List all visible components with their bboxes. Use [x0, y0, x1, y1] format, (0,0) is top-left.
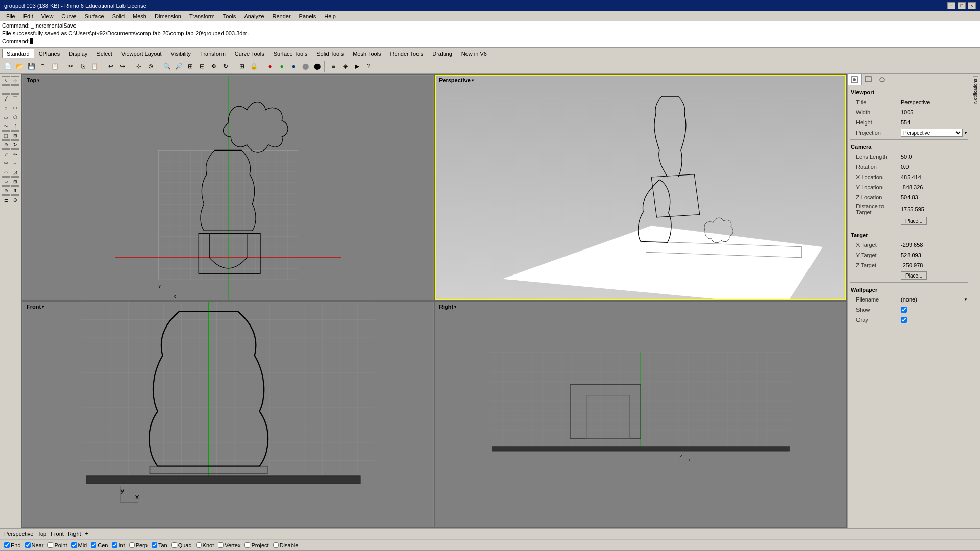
extend-tool[interactable]: ↔	[11, 159, 19, 167]
shade5-icon[interactable]: ⬤	[311, 61, 323, 72]
snap-project-check[interactable]	[244, 542, 250, 548]
tab-display[interactable]: Display	[64, 49, 92, 58]
maximize-button[interactable]: □	[958, 2, 966, 9]
menu-view[interactable]: View	[37, 12, 58, 20]
pointcloud-tool[interactable]: ⋮	[11, 85, 19, 94]
open-icon[interactable]: 📂	[14, 61, 25, 72]
camera-place-button[interactable]: Place...	[901, 217, 927, 225]
help-icon[interactable]: ?	[363, 61, 374, 72]
tab-drafting[interactable]: Drafting	[428, 49, 457, 58]
tab-transform[interactable]: Transform	[195, 49, 230, 58]
shade2-icon[interactable]: ●	[276, 61, 287, 72]
mirror-tool[interactable]: ⇔	[11, 149, 19, 158]
viewport-front[interactable]: Front ▾	[22, 302, 434, 527]
rect-tool[interactable]: ▭	[2, 113, 10, 121]
save-small-icon[interactable]: 🗒	[37, 61, 48, 72]
display-tool[interactable]: ⊙	[11, 195, 19, 204]
tab-solid-tools[interactable]: Solid Tools	[312, 49, 348, 58]
mesh-tool[interactable]: ⊞	[11, 131, 19, 140]
fillet-tool[interactable]: ⌓	[2, 168, 10, 177]
vp-label-front[interactable]: Front	[51, 531, 64, 537]
snap-icon[interactable]: ⊞	[236, 61, 248, 72]
menu-render[interactable]: Render	[268, 12, 295, 20]
tab-new-v6[interactable]: New in V6	[457, 49, 492, 58]
move-tool[interactable]: ⊕	[2, 140, 10, 149]
menu-solid[interactable]: Solid	[108, 12, 129, 20]
zoom-sel-icon[interactable]: ⊞	[185, 61, 196, 72]
snap-knot-check[interactable]	[196, 542, 202, 548]
prop-projection-arrow[interactable]: ▼	[964, 131, 968, 135]
menu-edit[interactable]: Edit	[19, 12, 37, 20]
panel-tab-properties[interactable]	[848, 74, 862, 85]
menu-file[interactable]: File	[2, 12, 19, 20]
snap-cen-check[interactable]	[91, 542, 96, 548]
viewport-right[interactable]: Right ▾	[435, 302, 846, 527]
tab-surface-tools[interactable]: Surface Tools	[269, 49, 312, 58]
viewport-perspective-arrow[interactable]: ▾	[472, 78, 474, 83]
viewport-front-arrow[interactable]: ▾	[42, 305, 44, 309]
snap-perp[interactable]: Perp	[129, 542, 148, 548]
point-tool[interactable]: ·	[2, 85, 10, 94]
tab-visibility[interactable]: Visibility	[166, 49, 196, 58]
menu-transform[interactable]: Transform	[185, 12, 219, 20]
trim-tool[interactable]: ✂	[2, 159, 10, 167]
snap-quad[interactable]: Quad	[172, 542, 192, 548]
spline-tool[interactable]: ∫	[11, 122, 19, 131]
viewport-right-label[interactable]: Right ▾	[439, 304, 456, 310]
snap-disable[interactable]: Disable	[273, 542, 299, 548]
shade1-icon[interactable]: ●	[264, 61, 276, 72]
snap-point-check[interactable]	[47, 542, 53, 548]
select-icon[interactable]: ⊹	[133, 61, 144, 72]
snap-tan[interactable]: Tan	[152, 542, 167, 548]
snap-vertex-check[interactable]	[218, 542, 224, 548]
command-line3[interactable]: Command:	[2, 38, 978, 45]
target-place-button[interactable]: Place...	[901, 271, 927, 280]
material-icon[interactable]: ◈	[339, 61, 351, 72]
zoom-ext-icon[interactable]: ⊟	[197, 61, 208, 72]
polygon-tool[interactable]: ⬡	[11, 113, 19, 121]
panel-tab-display[interactable]	[862, 74, 875, 85]
circle-tool[interactable]: ○	[2, 104, 10, 112]
snap-end[interactable]: End	[4, 542, 21, 548]
notifications-tab[interactable]: Notifications	[973, 76, 978, 106]
save-icon[interactable]: 💾	[26, 61, 37, 72]
tab-standard[interactable]: Standard	[2, 49, 34, 58]
prop-filename-arrow[interactable]: ▼	[964, 297, 968, 302]
snap-mid-check[interactable]	[71, 542, 77, 548]
zoom-in-icon[interactable]: 🔍	[161, 61, 173, 72]
select-tool[interactable]: ↖	[2, 76, 10, 85]
snap-knot[interactable]: Knot	[196, 542, 214, 548]
viewport-perspective-label[interactable]: Perspective ▾	[439, 77, 474, 83]
redo-icon[interactable]: ↪	[117, 61, 128, 72]
shade3-icon[interactable]: ●	[288, 61, 299, 72]
snap-point[interactable]: Point	[47, 542, 67, 548]
snap-mid[interactable]: Mid	[71, 542, 87, 548]
vp-label-add[interactable]: +	[85, 530, 89, 537]
snap-tan-check[interactable]	[152, 542, 157, 548]
prop-projection-dropdown[interactable]: Perspective Parallel	[901, 129, 963, 137]
surface-tool[interactable]: ⬚	[2, 131, 10, 140]
snap-near-check[interactable]	[25, 542, 31, 548]
tab-cplanes[interactable]: CPlanes	[34, 49, 65, 58]
offset-tool[interactable]: ⊃	[2, 177, 10, 186]
menu-tools[interactable]: Tools	[219, 12, 240, 20]
menu-curve[interactable]: Curve	[57, 12, 80, 20]
minimize-button[interactable]: −	[947, 2, 955, 9]
vp-label-right[interactable]: Right	[68, 531, 81, 537]
snap-perp-check[interactable]	[129, 542, 135, 548]
undo-icon[interactable]: ↩	[105, 61, 116, 72]
ellipse-tool[interactable]: ⬭	[11, 104, 19, 112]
snap-vertex[interactable]: Vertex	[218, 542, 240, 548]
viewport-top-label[interactable]: Top ▾	[27, 77, 39, 83]
zoom-out-icon[interactable]: 🔎	[173, 61, 184, 72]
close-button[interactable]: ×	[968, 2, 976, 9]
cut-icon[interactable]: ✂	[65, 61, 77, 72]
snap-quad-check[interactable]	[172, 542, 177, 548]
shade4-icon[interactable]: ⬤	[300, 61, 311, 72]
render-icon[interactable]: ▶	[351, 61, 362, 72]
show-checkbox[interactable]	[901, 307, 907, 313]
vp-label-perspective[interactable]: Perspective	[4, 531, 33, 537]
boolean-tool[interactable]: ⊕	[2, 186, 10, 195]
lasso-icon[interactable]: ⊚	[145, 61, 156, 72]
tab-curve-tools[interactable]: Curve Tools	[230, 49, 269, 58]
